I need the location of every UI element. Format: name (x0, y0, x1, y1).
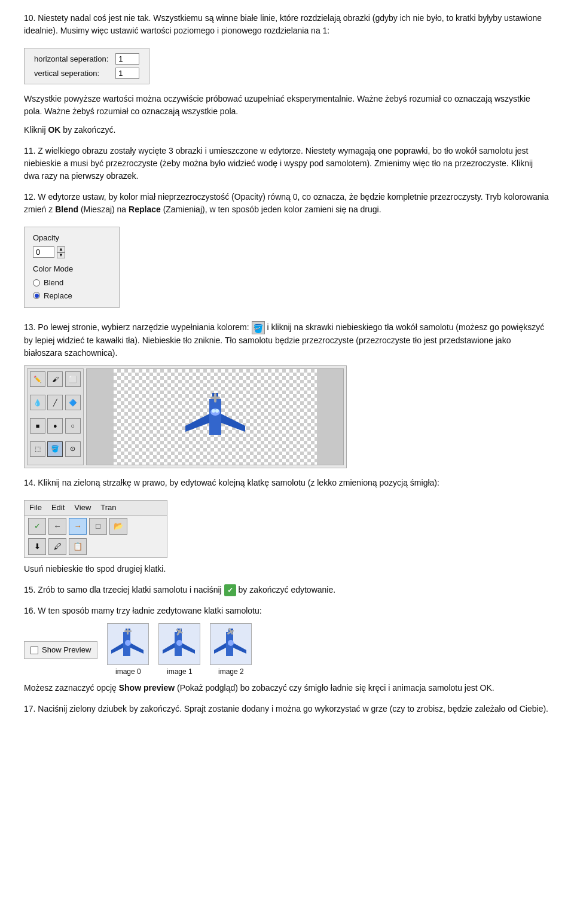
item-14-body1: Kliknij na zieloną strzałkę w prawo, by … (38, 478, 439, 487)
menu-edit[interactable]: Edit (51, 502, 65, 514)
tool-pencil[interactable]: ✏️ (30, 371, 45, 387)
frame-1-label: image 1 (167, 666, 193, 677)
menu-view[interactable]: View (74, 502, 91, 514)
item-15-body2: by zakończyć edytowanie. (238, 585, 335, 594)
svg-marker-1 (185, 414, 209, 432)
tool-fill2[interactable]: 🖌 (47, 371, 63, 387)
tool-circle[interactable]: ● (47, 418, 63, 434)
separation-table: horizontal seperation: vertical seperati… (30, 52, 143, 80)
item-10-ok: Kliknij OK by zakończyć. (24, 125, 115, 135)
item-17-text: 17. Naciśnij zielony dziubek by zakończy… (24, 703, 550, 715)
item-10-body3: Ważne żebyś rozumiał co oznaczają wszyst… (44, 106, 238, 116)
opacity-title: Opacity (33, 232, 111, 244)
sprite-frame-0: image 0 (107, 623, 149, 677)
svg-marker-11 (130, 643, 144, 654)
tool-select-freeform[interactable]: ⬚ (30, 441, 45, 457)
svg-point-8 (215, 409, 219, 413)
btn-pen[interactable]: 🖊 (48, 538, 66, 555)
item-10-num: 10. (24, 13, 35, 23)
menu-bar: File Edit View Tran (25, 501, 167, 516)
frame-2-label: image 2 (218, 666, 244, 677)
tool-panel: ✏️ 🖌 ⬜ 💧 ╱ 🔷 ■ ● ○ ⬚ 🪣 ⊙ (27, 368, 84, 465)
horiz-label: horizontal seperation: (30, 52, 112, 66)
item-14-num: 14. (24, 478, 35, 487)
item-12-body: W edytorze ustaw, by kolor miał nieprzez… (24, 192, 548, 214)
tool-rect-fill[interactable]: ■ (30, 418, 45, 434)
menu-tran[interactable]: Tran (100, 502, 116, 514)
tool-zoom[interactable]: ⊙ (65, 441, 81, 457)
svg-marker-17 (163, 643, 175, 654)
item-13-body1: Po lewej stronie, wybierz narzędzie wype… (38, 322, 251, 332)
btn-copy[interactable]: □ (89, 518, 107, 535)
sprite-img-0 (107, 623, 149, 665)
item-16-body2a: Możesz zaznaczyć opcję Show preview (Pok… (24, 683, 494, 693)
item-11-body: Z wielkiego obrazu zostały wycięte 3 obr… (24, 146, 533, 181)
svg-rect-0 (209, 399, 221, 435)
sprite-frame-2: image 2 (210, 623, 252, 677)
radio-blend-circle (33, 279, 40, 286)
svg-marker-10 (111, 643, 123, 654)
tool-line[interactable]: ╱ (47, 395, 63, 410)
btn-folder[interactable]: 📂 (109, 518, 127, 535)
section-17: 17. Naciśnij zielony dziubek by zakończy… (24, 703, 550, 715)
item-10-body1: Niestety nadal coś jest nie tak. Wszystk… (24, 13, 542, 35)
btn-note[interactable]: 📋 (69, 538, 87, 555)
show-preview-checkbox[interactable] (30, 647, 38, 654)
spin-up[interactable]: ▲ (57, 246, 65, 252)
spin-arrows: ▲ ▼ (57, 246, 65, 258)
item-15-body1: Zrób to samo dla trzeciej klatki samolot… (38, 585, 224, 594)
radio-replace[interactable]: Replace (33, 290, 111, 302)
item-16-text: 16. W ten sposób mamy trzy ładnie zedyto… (24, 605, 550, 617)
preview-panel: Show Preview image 0 (24, 623, 550, 677)
section-14: 14. Kliknij na zieloną strzałkę w prawo,… (24, 477, 550, 575)
item-17-body: Naciśnij zielony dziubek by zakończyć. S… (38, 704, 548, 713)
btn-back[interactable]: ← (48, 518, 66, 535)
tool-bucket[interactable]: 🪣 (47, 441, 63, 457)
svg-point-15 (125, 640, 131, 646)
menu-file[interactable]: File (29, 502, 42, 514)
item-16-body: W ten sposób mamy trzy ładnie zedytowane… (38, 606, 261, 615)
btn-down[interactable]: ⬇ (28, 538, 46, 555)
svg-point-22 (176, 640, 182, 646)
vert-row: vertical seperation: (30, 66, 143, 81)
section-16: 16. W ten sposób mamy trzy ładnie zedyto… (24, 605, 550, 694)
vert-input[interactable] (115, 68, 139, 79)
item-11-num: 11. (24, 146, 35, 155)
item-15-num: 15. (24, 585, 35, 594)
item-10-text2: Wszystkie powyższe wartości można oczywi… (24, 93, 550, 118)
show-preview-box: Show Preview (24, 641, 97, 659)
item-17-num: 17. (24, 704, 35, 713)
sprite-frame-1: image 1 (158, 623, 200, 677)
tool-circle-outline[interactable]: ○ (65, 418, 81, 434)
tool-dropper[interactable]: 💧 (30, 395, 45, 410)
btn-forward[interactable]: → (69, 518, 87, 535)
item-10-text3: Kliknij OK by zakończyć. (24, 124, 550, 136)
radio-blend[interactable]: Blend (33, 277, 111, 289)
item-16-text2: Możesz zaznaczyć opcję Show preview (Pok… (24, 682, 550, 694)
sprite-img-2 (210, 623, 252, 665)
opacity-widget: Opacity ▲ ▼ Color Mode Blend Replace (24, 227, 120, 308)
section-15: 15. Zrób to samo dla trzeciej klatki sam… (24, 584, 550, 596)
tool-select-rect[interactable]: 🔷 (65, 395, 81, 410)
btn-check[interactable]: ✓ (28, 518, 46, 535)
green-check-icon: ✓ (224, 584, 236, 596)
airplane-svg (179, 381, 251, 453)
sprite-img-1 (158, 623, 200, 665)
horiz-row: horizontal seperation: (30, 52, 143, 66)
horiz-input[interactable] (115, 53, 139, 65)
vert-label: vertical seperation: (30, 66, 112, 81)
sprite-svg-2 (213, 626, 249, 662)
opacity-input[interactable] (33, 246, 54, 258)
tool-eraser[interactable]: ⬜ (65, 371, 81, 387)
svg-marker-25 (233, 643, 246, 654)
svg-rect-5 (210, 397, 220, 399)
radio-replace-circle (33, 292, 40, 299)
spin-down[interactable]: ▼ (57, 252, 65, 258)
separation-widget: horizontal seperation: vertical seperati… (24, 48, 149, 84)
item-15-text: 15. Zrób to samo dla trzeciej klatki sam… (24, 584, 550, 596)
airplane-canvas (114, 369, 317, 465)
section-11: 11. Z wielkiego obrazu zostały wycięte 3… (24, 145, 550, 182)
item-13-text: 13. Po lewej stronie, wybierz narzędzie … (24, 321, 550, 359)
color-mode-label: Color Mode (33, 263, 111, 275)
canvas-area (86, 368, 344, 465)
